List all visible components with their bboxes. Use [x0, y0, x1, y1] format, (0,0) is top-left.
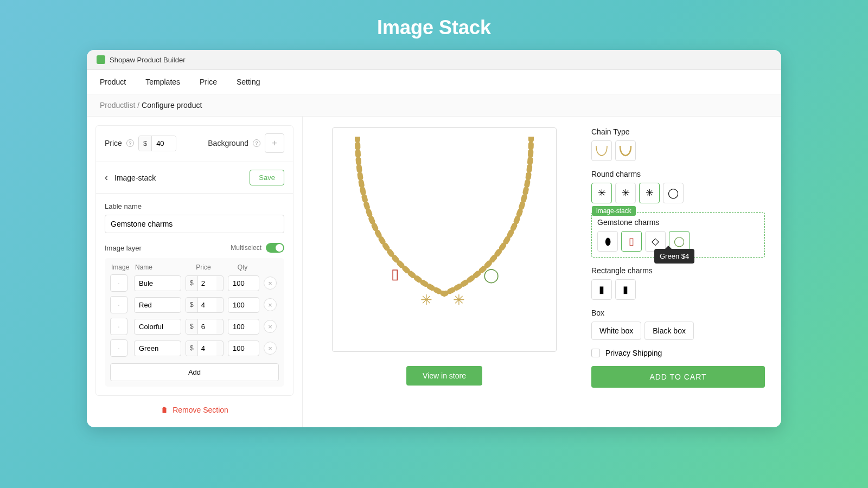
rectangle-charms-label: Rectangle charms: [591, 266, 765, 275]
row-thumb[interactable]: ·: [110, 296, 127, 313]
main-tabs: Product Templates Price Setting: [87, 70, 781, 94]
row-delete-button[interactable]: ×: [264, 342, 277, 355]
section-name: Image-stack: [114, 174, 156, 182]
row-thumb[interactable]: ·: [110, 274, 127, 292]
col-price: Price: [184, 264, 222, 271]
gemstone-option[interactable]: ⬮: [597, 231, 618, 252]
table-row: · $ ×: [110, 296, 279, 313]
chain-u-icon: [594, 145, 609, 157]
currency-prefix: $: [186, 276, 198, 291]
row-name-input[interactable]: [134, 297, 181, 313]
background-label: Background: [208, 139, 248, 147]
trash-icon: [161, 406, 168, 414]
necklace-preview: ▯ ✳ ✳ ◯: [341, 137, 547, 343]
tab-product[interactable]: Product: [100, 78, 126, 86]
breadcrumb: Productlist / Configure product: [87, 94, 781, 117]
gemstone-option[interactable]: ▯: [621, 231, 642, 252]
row-thumb[interactable]: ·: [110, 339, 127, 357]
privacy-shipping-label: Privacy Shipping: [605, 349, 662, 357]
row-thumb[interactable]: ·: [110, 318, 127, 335]
box-option-white[interactable]: White box: [591, 322, 641, 340]
charm-icon: ◯: [483, 267, 499, 284]
multiselect-toggle[interactable]: [266, 243, 284, 253]
product-preview: ▯ ✳ ✳ ◯: [332, 127, 557, 352]
remove-section-label: Remove Section: [173, 406, 228, 414]
row-price-input[interactable]: [198, 298, 216, 312]
currency-prefix: $: [186, 298, 198, 312]
price-tooltip: Green $4: [654, 249, 694, 264]
view-in-store-button[interactable]: View in store: [406, 366, 482, 386]
multiselect-label: Multiselect: [231, 244, 261, 252]
gemstone-charms-label: Gemstone charms: [597, 218, 759, 227]
price-input[interactable]: [152, 136, 176, 151]
row-name-input[interactable]: [134, 275, 181, 291]
app-logo-icon: [97, 55, 105, 64]
add-row-button[interactable]: Add: [110, 363, 279, 381]
currency-prefix: $: [186, 341, 198, 356]
breadcrumb-sep: /: [137, 101, 139, 110]
options-panel: Chain Type Round charms ✳ ✳ ✳ ◯ image-st…: [586, 117, 781, 427]
help-icon[interactable]: ?: [126, 139, 134, 147]
currency-prefix: $: [139, 136, 152, 151]
row-delete-button[interactable]: ×: [264, 298, 277, 311]
col-image: Image: [111, 264, 131, 271]
round-charm-option[interactable]: ◯: [663, 183, 684, 203]
chain-type-label: Chain Type: [591, 127, 765, 136]
price-input-group: $: [138, 136, 176, 151]
row-name-input[interactable]: [134, 341, 181, 356]
row-qty-input[interactable]: [228, 275, 259, 291]
round-charm-option[interactable]: ✳: [591, 183, 612, 203]
tab-setting[interactable]: Setting: [237, 78, 260, 86]
charm-icon: ✳: [453, 292, 465, 309]
page-heading: Image Stack: [0, 0, 868, 50]
table-row: · $ ×: [110, 339, 279, 357]
rectangle-charm-option[interactable]: ▮: [591, 279, 612, 300]
left-panel: Price ? $ Background ? +: [87, 117, 303, 427]
privacy-shipping-checkbox[interactable]: [591, 349, 600, 357]
col-qty: Qty: [227, 264, 258, 271]
chain-type-option[interactable]: [615, 140, 636, 161]
titlebar: Shopaw Product Builder: [87, 50, 781, 70]
table-row: · $ ×: [110, 274, 279, 292]
preview-panel: ▯ ✳ ✳ ◯ View in store: [303, 117, 586, 427]
row-name-input[interactable]: [134, 319, 181, 335]
image-layer-table: Image Name Price Qty · $ ×: [105, 258, 284, 387]
image-stack-pill: image-stack: [592, 206, 636, 216]
remove-section-button[interactable]: Remove Section: [95, 396, 293, 419]
background-add-button[interactable]: +: [265, 133, 284, 153]
chain-icon: [347, 137, 542, 332]
chain-type-option[interactable]: [591, 140, 612, 161]
box-option-black[interactable]: Black box: [644, 322, 694, 340]
image-layer-label: Image layer: [105, 244, 142, 252]
tab-price[interactable]: Price: [200, 78, 217, 86]
price-label: Price: [105, 139, 122, 147]
help-icon[interactable]: ?: [253, 139, 260, 147]
app-window: Shopaw Product Builder Product Templates…: [87, 50, 781, 427]
row-price-input[interactable]: [198, 319, 216, 334]
label-name-input[interactable]: [105, 215, 284, 233]
app-title: Shopaw Product Builder: [110, 56, 185, 64]
charm-icon: ▯: [391, 266, 399, 282]
row-delete-button[interactable]: ×: [264, 277, 277, 290]
box-label: Box: [591, 309, 765, 317]
round-charm-option[interactable]: ✳: [639, 183, 660, 203]
row-qty-input[interactable]: [228, 341, 259, 356]
currency-prefix: $: [186, 319, 198, 334]
row-qty-input[interactable]: [228, 319, 259, 335]
rectangle-charm-option[interactable]: ▮: [615, 279, 636, 300]
add-to-cart-button[interactable]: ADD TO CART: [591, 366, 765, 388]
row-price-input[interactable]: [198, 341, 216, 356]
breadcrumb-root[interactable]: Productlist: [100, 101, 135, 110]
label-name-label: Lable name: [105, 202, 284, 210]
breadcrumb-current: Configure product: [142, 101, 202, 110]
tab-templates[interactable]: Templates: [145, 78, 180, 86]
col-name: Name: [135, 264, 180, 271]
row-delete-button[interactable]: ×: [264, 320, 277, 333]
save-button[interactable]: Save: [250, 170, 284, 185]
row-price-input[interactable]: [198, 276, 216, 291]
charm-icon: ✳: [420, 292, 432, 309]
chevron-left-icon[interactable]: ‹: [105, 172, 108, 183]
round-charm-option[interactable]: ✳: [615, 183, 636, 203]
round-charms-label: Round charms: [591, 170, 765, 178]
row-qty-input[interactable]: [228, 297, 259, 313]
